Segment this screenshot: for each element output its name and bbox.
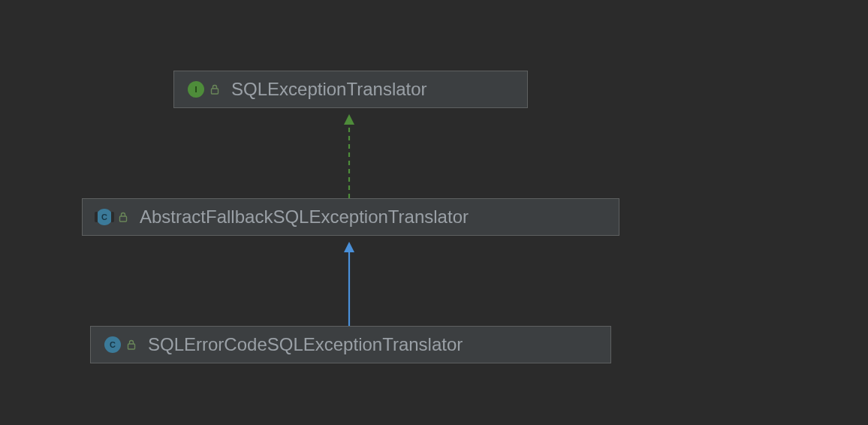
interface-type-icon: I <box>188 81 204 98</box>
class-name-label: SQLErrorCodeSQLExceptionTranslator <box>148 334 463 355</box>
abstract-class-type-icon: C <box>96 209 113 225</box>
connector-n2-n1 <box>342 242 357 326</box>
diagram-node-n2[interactable]: C SQLErrorCodeSQLExceptionTranslator <box>90 326 611 363</box>
lock-icon <box>119 212 128 222</box>
class-name-label: AbstractFallbackSQLExceptionTranslator <box>140 206 469 228</box>
diagram-node-n1[interactable]: C AbstractFallbackSQLExceptionTranslator <box>82 198 619 236</box>
svg-rect-0 <box>212 89 219 94</box>
svg-rect-1 <box>120 216 127 222</box>
class-type-icon: C <box>104 336 121 353</box>
connector-n1-n0 <box>342 114 357 198</box>
svg-rect-2 <box>128 344 135 349</box>
lock-icon <box>127 339 136 350</box>
diagram-node-n0[interactable]: I SQLExceptionTranslator <box>173 71 528 108</box>
lock-icon <box>210 84 219 95</box>
class-name-label: SQLExceptionTranslator <box>231 79 427 100</box>
